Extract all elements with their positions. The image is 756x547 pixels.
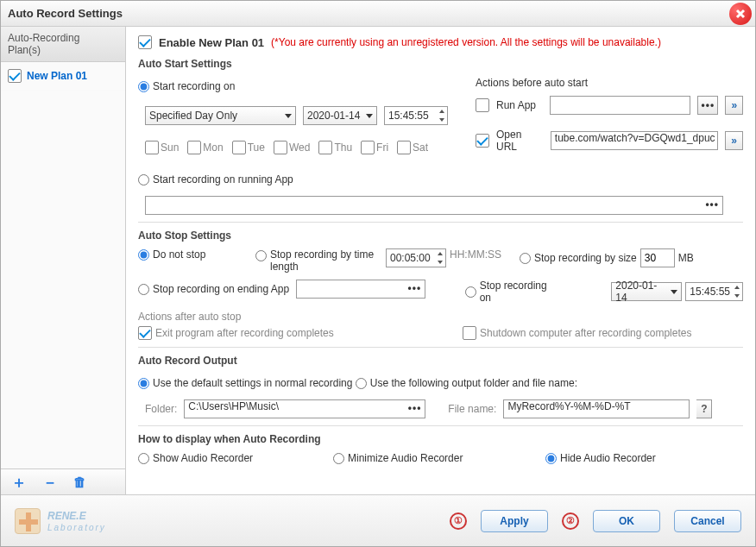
- run-app-label: Run App: [496, 99, 543, 111]
- sidebar: Auto-Recording Plan(s) New Plan 01: [1, 27, 126, 495]
- delete-plan-button[interactable]: 🗑: [73, 475, 86, 488]
- stop-ending-app-input[interactable]: •••: [296, 280, 425, 299]
- remove-plan-button[interactable]: －: [42, 475, 58, 490]
- stop-time-length-spinner[interactable]: 00:05:00: [386, 248, 446, 267]
- radio-output-default[interactable]: [138, 378, 149, 389]
- shutdown-label: Shutdown computer after recording comple…: [480, 327, 691, 339]
- stop-time-spinner[interactable]: 15:45:55: [685, 282, 743, 301]
- apply-button[interactable]: Apply: [481, 510, 548, 532]
- open-url-label: Open URL: [496, 129, 544, 153]
- radio-show-recorder[interactable]: [138, 453, 149, 464]
- actions-after-heading: Actions after auto stop: [138, 311, 743, 323]
- titlebar: Auto Record Settings: [1, 1, 755, 27]
- close-icon: [734, 8, 747, 20]
- radio-minimize-recorder[interactable]: [333, 453, 344, 464]
- open-url-input[interactable]: tube.com/watch?v=DGQwd1_dpuc: [551, 131, 718, 150]
- radio-hide-recorder[interactable]: [545, 453, 557, 464]
- radio-stop-by-time[interactable]: [255, 250, 267, 261]
- size-unit-label: MB: [678, 252, 694, 264]
- folder-input[interactable]: C:\Users\HP\Music\ •••: [184, 399, 425, 418]
- day-tue-checkbox[interactable]: [232, 141, 246, 154]
- brand-logo: RENE.E Laboratory: [15, 508, 106, 534]
- day-wed-checkbox[interactable]: [274, 141, 287, 154]
- file-name-input[interactable]: MyRecord%Y-%M-%D-%T: [503, 399, 690, 418]
- marker-2-icon: ②: [562, 512, 579, 530]
- radio-start-recording-on-label: Start recording on: [153, 80, 235, 92]
- unregistered-warning: (*You are currently using an unregistere…: [271, 36, 661, 48]
- folder-label: Folder:: [145, 403, 177, 415]
- radio-stop-on-ending-app[interactable]: [138, 284, 149, 295]
- running-app-browse-icon[interactable]: •••: [705, 198, 719, 211]
- stop-app-browse-icon[interactable]: •••: [408, 282, 422, 294]
- marker-1-icon: ①: [450, 512, 467, 530]
- run-app-input[interactable]: [550, 96, 691, 115]
- radio-start-recording-on[interactable]: [138, 81, 149, 92]
- cancel-button[interactable]: Cancel: [674, 510, 741, 532]
- file-name-help-button[interactable]: ?: [696, 399, 712, 418]
- close-button[interactable]: [729, 3, 752, 25]
- sidebar-item-new-plan-01[interactable]: New Plan 01: [1, 62, 125, 91]
- radio-start-on-running-app-label: Start recording on running App: [153, 173, 293, 185]
- run-app-browse-button[interactable]: •••: [697, 96, 718, 115]
- radio-do-not-stop[interactable]: [138, 249, 149, 261]
- start-date-select[interactable]: 2020-01-14: [303, 106, 377, 125]
- day-fri-checkbox[interactable]: [361, 141, 375, 154]
- day-sat-checkbox[interactable]: [397, 141, 411, 154]
- radio-output-custom[interactable]: [356, 378, 367, 389]
- run-app-checkbox[interactable]: [476, 98, 489, 112]
- window-title: Auto Record Settings: [8, 7, 123, 20]
- shutdown-checkbox[interactable]: [463, 326, 476, 340]
- folder-browse-icon[interactable]: •••: [408, 402, 422, 414]
- footer: RENE.E Laboratory ① Apply ② OK Cancel: [1, 494, 755, 546]
- sidebar-heading: Auto-Recording Plan(s): [1, 27, 125, 62]
- enable-plan-label: Enable New Plan 01: [159, 36, 264, 49]
- exit-program-checkbox[interactable]: [138, 326, 152, 340]
- start-time-spinner[interactable]: 15:45:55: [384, 106, 448, 125]
- open-url-checkbox[interactable]: [476, 134, 489, 148]
- radio-stop-recording-on[interactable]: [465, 286, 476, 298]
- file-name-label: File name:: [448, 403, 496, 415]
- exit-program-label: Exit program after recording completes: [155, 327, 334, 339]
- main-panel: Enable New Plan 01 (*You are currently u…: [126, 27, 755, 495]
- stop-size-input[interactable]: [640, 248, 675, 267]
- brand-icon: [15, 508, 41, 534]
- run-app-go-button[interactable]: »: [725, 96, 743, 115]
- add-plan-button[interactable]: ＋: [11, 475, 27, 490]
- enable-plan-checkbox[interactable]: [138, 35, 152, 49]
- day-thu-checkbox[interactable]: [318, 141, 332, 154]
- day-sun-checkbox[interactable]: [145, 141, 159, 154]
- day-mon-checkbox[interactable]: [187, 141, 201, 154]
- ok-button[interactable]: OK: [593, 510, 660, 532]
- radio-start-on-running-app[interactable]: [138, 174, 149, 185]
- auto-stop-heading: Auto Stop Settings: [138, 229, 743, 242]
- sidebar-toolbar: ＋ － 🗑: [1, 468, 126, 494]
- schedule-mode-select[interactable]: Specified Day Only: [145, 106, 296, 125]
- plan-checkbox-icon[interactable]: [8, 69, 22, 83]
- plan-label: New Plan 01: [27, 70, 87, 82]
- open-url-go-button[interactable]: »: [725, 131, 743, 150]
- radio-stop-by-size[interactable]: [520, 253, 531, 264]
- time-unit-label: HH:MM:SS: [450, 248, 501, 261]
- stop-date-select[interactable]: 2020-01-14: [611, 282, 682, 301]
- weekday-row: Sun Mon Tue Wed Thu Fri Sat: [145, 141, 462, 154]
- running-app-input[interactable]: •••: [145, 196, 723, 215]
- display-mode-heading: How to display when Auto Recording: [138, 433, 743, 445]
- actions-before-heading: Actions before auto start: [476, 77, 743, 89]
- auto-start-heading: Auto Start Settings: [138, 58, 743, 70]
- auto-record-output-heading: Auto Record Output: [138, 355, 743, 367]
